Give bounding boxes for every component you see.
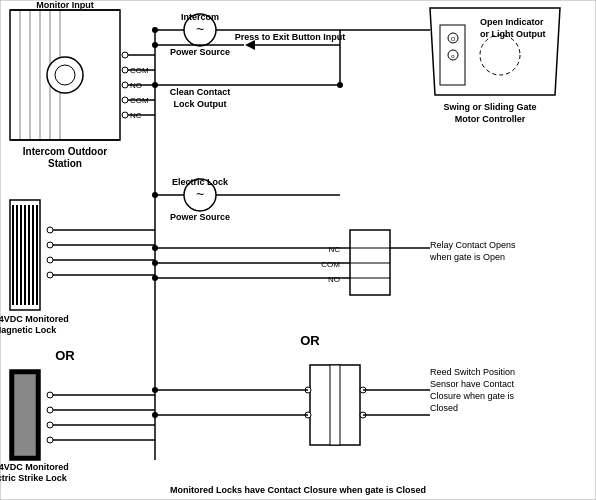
svg-text:NC: NC: [328, 245, 340, 254]
svg-text:Electric Lock: Electric Lock: [172, 177, 229, 187]
svg-point-122: [152, 82, 158, 88]
svg-text:Monitor Input: Monitor Input: [36, 0, 93, 10]
svg-text:Closure when gate is: Closure when gate is: [430, 391, 515, 401]
svg-text:COM: COM: [321, 260, 340, 269]
svg-text:Monitored Locks have Contact C: Monitored Locks have Contact Closure whe…: [170, 485, 426, 495]
svg-point-127: [152, 387, 158, 393]
svg-rect-81: [330, 365, 340, 445]
svg-point-65: [47, 407, 53, 413]
svg-point-129: [337, 82, 343, 88]
wiring-diagram: Monitor Input COM NO COM NC Intercom Out…: [0, 0, 596, 500]
svg-text:Reed Switch Position: Reed Switch Position: [430, 367, 515, 377]
svg-text:Clean Contact: Clean Contact: [170, 87, 231, 97]
svg-text:when gate is Open: when gate is Open: [429, 252, 505, 262]
svg-text:O: O: [451, 36, 456, 42]
svg-point-12: [122, 52, 128, 58]
svg-text:NO: NO: [328, 275, 340, 284]
svg-point-55: [47, 227, 53, 233]
svg-point-120: [152, 27, 158, 33]
svg-point-128: [152, 412, 158, 418]
svg-point-57: [47, 257, 53, 263]
svg-point-64: [47, 392, 53, 398]
svg-point-124: [152, 245, 158, 251]
svg-text:Motor Controller: Motor Controller: [455, 114, 526, 124]
svg-point-56: [47, 242, 53, 248]
svg-point-10: [55, 65, 75, 85]
svg-point-125: [152, 260, 158, 266]
svg-text:Press to Exit Button Input: Press to Exit Button Input: [235, 32, 346, 42]
svg-text:OR: OR: [55, 348, 75, 363]
svg-text:Relay Contact Opens: Relay Contact Opens: [430, 240, 516, 250]
svg-text:12/24VDC Monitored: 12/24VDC Monitored: [0, 462, 69, 472]
svg-text:Lock Output: Lock Output: [174, 99, 227, 109]
svg-point-36: [480, 35, 520, 75]
svg-point-121: [152, 42, 158, 48]
svg-text:Closed: Closed: [430, 403, 458, 413]
svg-text:or Light Output: or Light Output: [480, 29, 545, 39]
svg-point-14: [122, 82, 128, 88]
svg-text:~: ~: [196, 186, 204, 202]
svg-text:Station: Station: [48, 158, 82, 169]
svg-text:12/24VDC Monitored: 12/24VDC Monitored: [0, 314, 69, 324]
svg-text:~: ~: [196, 21, 204, 37]
svg-text:Sensor have Contact: Sensor have Contact: [430, 379, 515, 389]
svg-text:Intercom Outdoor: Intercom Outdoor: [23, 146, 108, 157]
svg-point-123: [152, 192, 158, 198]
svg-point-15: [122, 97, 128, 103]
svg-point-66: [47, 422, 53, 428]
svg-text:OR: OR: [300, 333, 320, 348]
svg-text:Open Indicator: Open Indicator: [480, 17, 544, 27]
svg-point-126: [152, 275, 158, 281]
svg-rect-63: [14, 374, 36, 456]
svg-point-58: [47, 272, 53, 278]
svg-text:Magnetic Lock: Magnetic Lock: [0, 325, 57, 335]
svg-text:Electric Strike Lock: Electric Strike Lock: [0, 473, 68, 483]
svg-text:Intercom: Intercom: [181, 12, 219, 22]
svg-point-13: [122, 67, 128, 73]
svg-text:Swing or Sliding Gate: Swing or Sliding Gate: [443, 102, 536, 112]
svg-point-16: [122, 112, 128, 118]
svg-text:Power Source: Power Source: [170, 47, 230, 57]
svg-point-67: [47, 437, 53, 443]
svg-text:Power Source: Power Source: [170, 212, 230, 222]
